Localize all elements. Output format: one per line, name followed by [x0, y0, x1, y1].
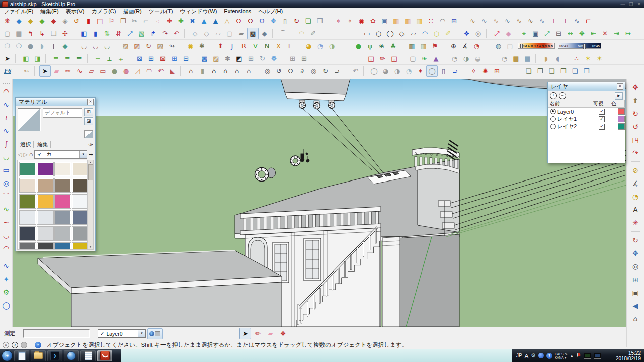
swatch-scrollbar[interactable]: ▲ ▼ [87, 160, 93, 249]
toolbar-icon[interactable]: ➤ [2, 53, 13, 64]
layers-column-header[interactable]: 色 [609, 100, 625, 107]
toolbar-icon[interactable]: ⊞ [630, 274, 641, 285]
material-swatch[interactable] [19, 194, 36, 209]
toolbar-icon[interactable]: ⌐ [140, 15, 152, 27]
toolbar-icon[interactable]: ✱ [196, 40, 208, 52]
toolbar-icon[interactable]: ± [104, 53, 115, 64]
toolbar-icon[interactable]: ✂ [129, 15, 140, 27]
taskbar-app-darkapp[interactable]: ❯ [47, 350, 62, 361]
toolbar-icon[interactable]: ⇤ [588, 28, 599, 39]
toolbar-icon[interactable]: ❋ [2, 15, 13, 27]
toolbar-icon[interactable]: ◉ [356, 15, 367, 27]
toolbar-icon[interactable]: ∿ [571, 15, 583, 27]
toolbar-icon[interactable]: ▢ [2, 28, 13, 39]
toolbar-icon[interactable]: ◔ [471, 40, 482, 52]
toolbar-icon[interactable]: ◑ [391, 65, 403, 77]
toolbar-icon[interactable]: ⌂ [220, 65, 231, 77]
toolbar-icon[interactable]: ✖ [187, 15, 198, 27]
toolbar-icon[interactable]: Ω [256, 15, 268, 27]
toolbar-icon[interactable]: ◎ [630, 261, 641, 272]
toolbar-icon[interactable]: ↻ [143, 40, 154, 52]
network-tray-icon[interactable] [594, 353, 601, 359]
ime-tools-icon[interactable]: ⚙ [531, 352, 536, 359]
toolbar-icon[interactable]: R [238, 40, 250, 52]
toolbar-icon[interactable]: ▢ [407, 53, 419, 64]
toolbar-icon[interactable]: ∂ [296, 65, 308, 77]
toolbar-icon[interactable]: V [250, 40, 261, 52]
toolbar-icon[interactable]: ⊕ [448, 40, 459, 52]
toolbar-icon[interactable]: ◆ [503, 28, 514, 39]
toolbar-icon[interactable]: ⊤ [559, 15, 571, 27]
dropdown-arrow-icon[interactable]: ▼ [79, 151, 87, 158]
toolbar-icon[interactable]: ○ [373, 28, 384, 39]
toolbar-icon[interactable]: ∼ [1, 217, 12, 228]
toolbar-icon[interactable]: ✣ [59, 28, 71, 39]
layer-row[interactable]: レイヤ2✓ [548, 123, 625, 130]
toolbar-icon[interactable]: ⇵ [113, 28, 124, 39]
toolbar-icon[interactable]: ↷ [159, 28, 171, 39]
toolbar-icon-f6[interactable]: F6 [2, 67, 14, 75]
toolbar-icon[interactable]: ↶ [350, 65, 361, 77]
materials-panel[interactable]: マテリアル ✕ デフォルト ⊞ ◪ 選択編集✑ ◁ ▷ ⌂ マーカー ▼ ➥ [15, 97, 96, 251]
toolbar-icon[interactable]: ▤ [510, 53, 522, 64]
layer-color-chip[interactable] [618, 123, 625, 130]
layer-color-chip[interactable] [618, 108, 625, 115]
toolbar-icon[interactable]: N [261, 40, 273, 52]
toolbar-icon[interactable]: ❐ [581, 65, 592, 77]
toolbar-icon[interactable]: ❐ [314, 15, 326, 27]
toolbar-icon[interactable]: ● [109, 65, 120, 77]
toolbar-icon[interactable]: ➳ [21, 65, 32, 77]
quick-tool-icon[interactable]: ❖ [277, 328, 289, 339]
toolbar-icon[interactable]: ✽ [222, 53, 233, 64]
display-tray-icon[interactable] [584, 353, 591, 359]
layers-title-bar[interactable]: レイヤ ✕ [548, 82, 625, 91]
toolbar-icon[interactable]: ↺ [71, 15, 83, 27]
material-swatch[interactable] [37, 194, 54, 209]
materials-title-bar[interactable]: マテリアル ✕ [16, 98, 95, 106]
layer-radio[interactable] [550, 109, 556, 114]
toolbar-icon[interactable]: ◍ [493, 40, 504, 52]
toolbar-icon[interactable]: ▧ [136, 28, 147, 39]
material-swatch[interactable] [37, 210, 54, 225]
toolbar-icon[interactable]: ↻ [319, 65, 331, 77]
quick-tool-icon[interactable]: ➤ [239, 328, 251, 339]
toolbar-icon[interactable]: ↶ [155, 65, 167, 77]
toolbar-icon[interactable]: ▲ [198, 15, 210, 27]
toolbar-icon[interactable]: ❧ [419, 53, 430, 64]
geo-icon[interactable]: ● [3, 342, 9, 348]
toolbar-icon[interactable]: ↰ [25, 28, 36, 39]
toolbar-icon[interactable]: ◀ [630, 300, 641, 311]
toolbar-icon[interactable]: ◆ [25, 15, 36, 27]
toolbar-icon[interactable]: Ω [285, 65, 296, 77]
toolbar-icon[interactable]: ✚ [164, 15, 175, 27]
toolbar-icon[interactable]: ◔ [499, 53, 510, 64]
toolbar-icon[interactable]: ▮ [83, 15, 94, 27]
toolbar-icon[interactable]: ◆ [48, 15, 59, 27]
caps-kana-indicator[interactable]: CAPS ✎KANA ▾ [555, 352, 568, 359]
menu-item[interactable]: ファイル(F) [0, 8, 37, 15]
toolbar-icon[interactable]: ❀ [376, 40, 387, 52]
taskbar-app-folder[interactable] [31, 350, 46, 361]
toolbar-icon[interactable]: ✥ [268, 15, 279, 27]
toolbar-icon[interactable]: ◯ [1, 300, 12, 311]
start-button[interactable]: ⊞ [2, 350, 13, 361]
collection-dropdown[interactable]: マーカー ▼ [34, 150, 87, 159]
toolbar-icon[interactable]: ◿ [132, 65, 143, 77]
toolbar-icon[interactable]: ✿ [367, 15, 379, 27]
display-pane-button[interactable]: ◪ [84, 117, 93, 125]
toolbar-icon[interactable]: ✥ [576, 28, 588, 39]
toolbar-icon[interactable]: ∿ [1, 204, 12, 215]
toolbar-icon[interactable]: ↱ [147, 28, 159, 39]
toolbar-icon[interactable]: ◱ [388, 53, 400, 64]
toolbar-icon[interactable]: ◡ [78, 40, 90, 52]
toolbar-icon[interactable]: ⊘ [630, 165, 641, 176]
toolbar-icon[interactable]: ◔ [630, 191, 641, 202]
material-swatch[interactable] [72, 194, 89, 209]
toolbar-icon[interactable]: ❍ [2, 40, 13, 52]
toolbar-icon[interactable]: ⊟ [553, 28, 565, 39]
layers-column-header[interactable]: 可視 [591, 100, 609, 107]
menu-item[interactable]: ヘルプ(H) [255, 8, 286, 15]
toolbar-icon[interactable]: ◨ [32, 53, 43, 64]
toolbar-icon[interactable]: ❏ [569, 65, 581, 77]
toolbar-icon[interactable]: ● [353, 40, 364, 52]
